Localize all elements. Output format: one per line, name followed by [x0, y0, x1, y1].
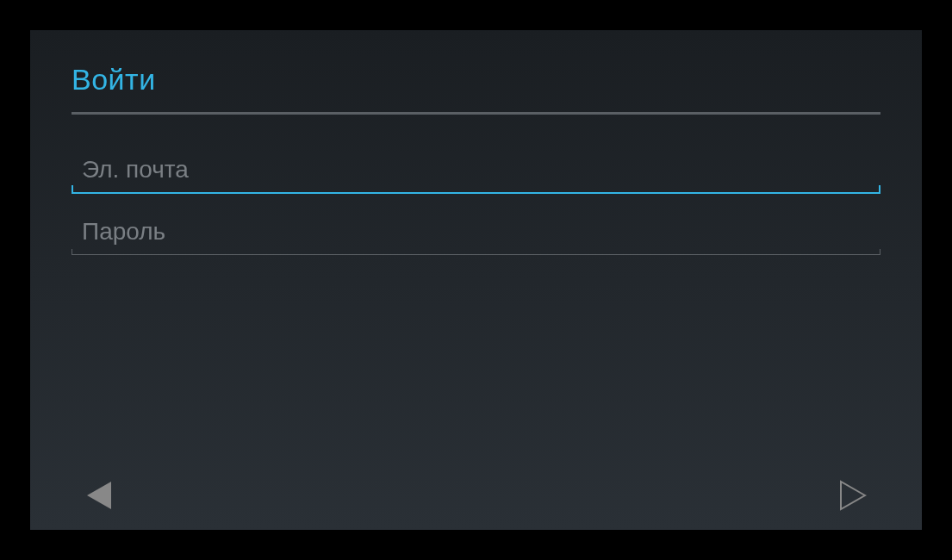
main-screen: Войти [30, 30, 922, 530]
login-form: Войти [30, 30, 922, 255]
svg-marker-0 [87, 482, 111, 509]
password-field[interactable] [82, 218, 870, 246]
title-divider [72, 112, 880, 115]
password-field-container [72, 218, 880, 255]
svg-marker-1 [841, 482, 865, 509]
chevron-right-icon [837, 478, 868, 513]
email-field-container [72, 156, 880, 194]
next-button[interactable] [831, 474, 874, 517]
chevron-left-icon [84, 478, 115, 513]
navigation-arrows [30, 474, 922, 517]
email-field[interactable] [82, 156, 870, 184]
status-bar [0, 0, 952, 30]
back-button[interactable] [78, 474, 121, 517]
page-title: Войти [72, 63, 880, 96]
